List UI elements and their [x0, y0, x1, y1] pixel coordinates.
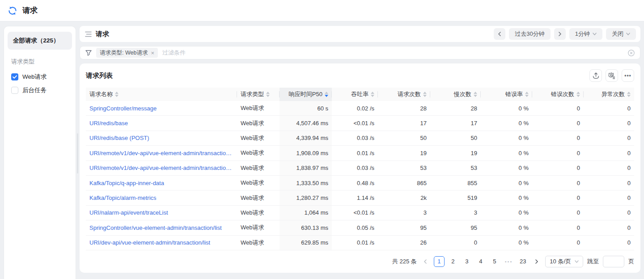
- cell-2: 1,908.09 ms: [280, 146, 332, 160]
- cell-3: 0.02 /s: [332, 101, 378, 115]
- cell-0: URI/dev-api/vue-element-admin/transactio…: [86, 236, 237, 250]
- sort-carets-icon[interactable]: [576, 92, 580, 97]
- request-name-link[interactable]: URI/remote/v1/dev-api/vue-element-admin/…: [89, 150, 233, 156]
- request-name-link[interactable]: URI/remote/v1/dev-api/vue-element-admin/…: [89, 165, 233, 171]
- column-settings-button[interactable]: [606, 69, 618, 82]
- cell-2: 630.13 ms: [280, 220, 332, 235]
- page-size-select[interactable]: 10 条/页: [545, 256, 583, 267]
- column-label: 错误率: [505, 90, 523, 98]
- column-header-5[interactable]: 慢次数: [430, 88, 481, 101]
- export-icon: [593, 72, 599, 79]
- page-button-23[interactable]: 23: [517, 256, 528, 267]
- jump-label: 跳至: [587, 258, 599, 266]
- cell-4: 19: [378, 146, 430, 160]
- table-row: URI/redis/baseWeb请求4,507.46 ms<0.01 /s17…: [86, 116, 634, 131]
- time-prev-button[interactable]: [494, 28, 505, 40]
- time-next-button[interactable]: [554, 28, 566, 40]
- jump-page-input[interactable]: [603, 256, 624, 267]
- export-button[interactable]: [589, 69, 602, 82]
- cell-5: 28: [430, 101, 481, 115]
- request-type-option[interactable]: 后台任务: [8, 84, 72, 97]
- filter-bar[interactable]: 请求类型: Web请求 × 过滤条件: [80, 46, 640, 59]
- chevron-down-icon: [575, 260, 579, 263]
- sort-carets-icon[interactable]: [266, 92, 270, 97]
- cell-1: Web请求: [237, 101, 280, 115]
- cell-1: Web请求: [237, 190, 280, 205]
- request-name-link[interactable]: SpringController/vue-element-admin/trans…: [89, 224, 222, 231]
- page-button-5[interactable]: 5: [489, 256, 500, 267]
- cell-1: Web请求: [237, 161, 280, 175]
- cell-8: 0: [584, 206, 634, 220]
- sidebar-scrollbar[interactable]: [77, 133, 78, 173]
- column-header-8[interactable]: 异常次数: [584, 88, 634, 101]
- filter-tag-request-type[interactable]: 请求类型: Web请求 ×: [96, 48, 158, 58]
- cell-1: Web请求: [237, 176, 280, 190]
- sort-carets-icon[interactable]: [423, 92, 427, 97]
- pagination-next-icon[interactable]: [532, 256, 541, 267]
- cell-6: 0 %: [481, 131, 532, 145]
- more-actions-button[interactable]: •••: [622, 69, 634, 82]
- request-type-option[interactable]: Web请求: [8, 70, 72, 84]
- cell-4: 3: [378, 206, 430, 220]
- filter-clear-icon[interactable]: [628, 50, 635, 56]
- filter-input-placeholder[interactable]: 过滤条件: [162, 49, 186, 57]
- checkbox-unchecked[interactable]: [11, 87, 18, 94]
- table-row: URI/remote/v1/dev-api/vue-element-admin/…: [86, 146, 634, 161]
- cell-4: 26: [378, 236, 430, 250]
- column-header-1[interactable]: 请求类型: [237, 88, 280, 101]
- cell-6: 0 %: [481, 176, 532, 190]
- cell-1: Web请求: [237, 146, 280, 160]
- request-name-link[interactable]: URI/redis/base: [89, 120, 128, 127]
- time-range-button[interactable]: 过去30分钟: [509, 28, 550, 40]
- sort-carets-icon[interactable]: [627, 92, 631, 97]
- sort-carets-icon[interactable]: [325, 92, 328, 97]
- column-label: 吞吐率: [351, 90, 369, 98]
- auto-refresh-dropdown[interactable]: 关闭: [606, 28, 636, 40]
- cell-4: 28: [378, 101, 430, 115]
- tag-close-icon[interactable]: ×: [151, 50, 154, 56]
- cell-7: 0: [532, 236, 584, 250]
- sort-carets-icon[interactable]: [371, 92, 374, 97]
- page-button-1[interactable]: 1: [434, 256, 445, 267]
- cell-2: 4,507.46 ms: [280, 116, 332, 130]
- column-header-0[interactable]: 请求名称: [86, 88, 237, 101]
- column-label: 错误次数: [551, 90, 574, 98]
- column-header-7[interactable]: 错误次数: [532, 88, 584, 101]
- request-name-link[interactable]: Kafka/Topic/alarm-metrics: [89, 194, 157, 201]
- sort-carets-icon[interactable]: [115, 92, 119, 97]
- table-row: Kafka/Topic/alarm-metricsWeb请求1,280.27 m…: [86, 190, 634, 205]
- sidebar-item-all-requests[interactable]: 全部请求（225）: [8, 32, 72, 50]
- cell-0: URI/redis/base: [86, 116, 237, 130]
- column-header-2[interactable]: 响应时间P50: [280, 88, 332, 101]
- sort-carets-icon[interactable]: [525, 92, 529, 97]
- request-name-link[interactable]: URI/nalarm-api/event/traceList: [89, 209, 168, 216]
- column-header-4[interactable]: 请求次数: [378, 88, 430, 101]
- request-name-link[interactable]: SpringController/message: [89, 105, 157, 112]
- sort-carets-icon[interactable]: [474, 92, 477, 97]
- cell-2: 60 s: [280, 101, 332, 115]
- request-name-link[interactable]: URI/redis/base (POST): [89, 135, 149, 141]
- cell-2: 1,280.27 ms: [280, 190, 332, 205]
- page-button-3[interactable]: 3: [462, 256, 472, 267]
- request-name-link[interactable]: URI/dev-api/vue-element-admin/transactio…: [89, 239, 210, 246]
- cell-0: URI/nalarm-api/event/traceList: [86, 206, 237, 220]
- request-name-link[interactable]: Kafka/Topic/q-app-inner-data: [89, 180, 164, 186]
- table-row: SpringController/vue-element-admin/trans…: [86, 220, 634, 235]
- cell-4: 17: [378, 116, 430, 130]
- checkbox-checked[interactable]: [11, 73, 18, 80]
- cell-7: 0: [532, 176, 584, 190]
- column-header-3[interactable]: 吞吐率: [332, 88, 378, 101]
- cell-3: 0.01 /s: [332, 146, 378, 160]
- pagination-prev-icon[interactable]: [421, 256, 430, 267]
- tree-toggle-icon[interactable]: [85, 31, 92, 37]
- page-button-4[interactable]: 4: [475, 256, 486, 267]
- column-header-6[interactable]: 错误率: [481, 88, 532, 101]
- interval-dropdown[interactable]: 1分钟: [569, 28, 602, 40]
- cell-3: 0.03 /s: [332, 161, 378, 175]
- panel-title: 请求: [96, 30, 109, 38]
- page-button-2[interactable]: 2: [448, 256, 458, 267]
- workspace: 全部请求（225） 请求类型 Web请求后台任务 请求 过去30分钟: [0, 21, 644, 279]
- funnel-icon: [85, 50, 92, 56]
- cell-3: 1.14 /s: [332, 190, 378, 205]
- cell-0: Kafka/Topic/alarm-metrics: [86, 190, 237, 205]
